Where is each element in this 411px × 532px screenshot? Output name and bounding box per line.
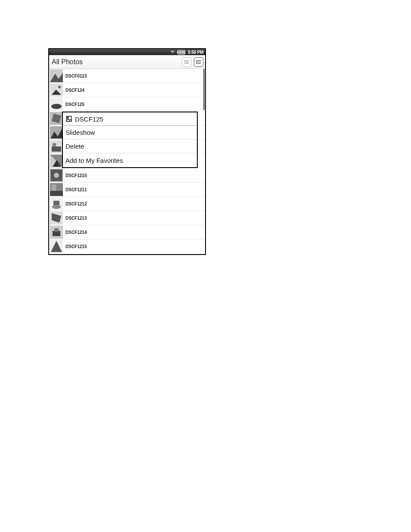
svg-rect-18 (198, 62, 201, 62)
svg-point-9 (184, 61, 185, 62)
photo-label: DSCF1215 (65, 244, 87, 249)
header-icons (182, 57, 203, 67)
photo-label: DSCF1210 (65, 173, 87, 178)
photo-label: DSCF1213 (65, 216, 87, 221)
context-menu-header: DSCF125 (63, 112, 197, 126)
svg-rect-46 (53, 201, 59, 205)
menu-item-delete[interactable]: Delete (63, 140, 197, 153)
grid-view-button[interactable] (182, 57, 191, 67)
photo-label: DSCF1212 (65, 202, 87, 206)
photo-thumbnail (50, 212, 63, 224)
phone-frame: 5:50 PM All Photos DSCF0123DSCF124DSCF (48, 48, 206, 255)
svg-rect-1 (179, 51, 180, 53)
list-item[interactable]: DSCF1212 (49, 197, 205, 211)
list-icon (196, 59, 202, 65)
battery-icon (177, 50, 186, 55)
svg-rect-15 (196, 60, 197, 61)
list-item[interactable]: DSCF1214 (49, 225, 205, 240)
svg-point-10 (186, 61, 187, 62)
svg-rect-17 (196, 61, 197, 62)
svg-rect-3 (182, 51, 183, 53)
svg-rect-42 (50, 191, 63, 196)
svg-point-8 (187, 60, 188, 61)
scrollbar[interactable] (203, 69, 205, 110)
photo-thumbnail (50, 112, 63, 125)
header-bar: All Photos (49, 55, 205, 69)
svg-point-55 (67, 117, 68, 118)
svg-rect-20 (198, 63, 201, 63)
photo-thumbnail (50, 197, 63, 210)
svg-point-6 (184, 60, 185, 61)
menu-item-add-favorites[interactable]: Add to My Favorites (63, 153, 197, 167)
svg-point-40 (54, 173, 59, 178)
svg-point-45 (52, 205, 61, 209)
photo-thumbnail (50, 98, 63, 111)
photo-thumbnail (50, 240, 63, 253)
photo-label: DSCF124 (65, 88, 84, 93)
photo-thumbnail (50, 169, 63, 182)
svg-rect-19 (196, 63, 197, 64)
svg-point-25 (58, 86, 61, 88)
list-item[interactable]: DSCF1210 (49, 168, 205, 183)
wifi-icon (170, 50, 175, 55)
svg-rect-43 (52, 185, 56, 191)
photo-thumbnail (50, 183, 63, 196)
status-clock: 5:50 PM (188, 50, 203, 55)
image-icon (65, 115, 72, 122)
photo-thumbnail (50, 69, 63, 82)
photo-thumbnail (50, 155, 63, 168)
photo-label: DSCF125 (65, 102, 84, 107)
svg-point-12 (184, 63, 185, 64)
list-item[interactable]: DSCF125 (49, 97, 205, 112)
svg-rect-33 (52, 146, 61, 152)
svg-point-7 (186, 60, 187, 61)
svg-rect-2 (181, 51, 182, 53)
list-view-button[interactable] (194, 57, 203, 67)
photo-list[interactable]: DSCF0123DSCF124DSCF125DSCF129DSCF1200DSC… (49, 69, 205, 254)
page-title: All Photos (51, 58, 83, 66)
photo-thumbnail (50, 140, 63, 153)
photo-thumbnail (50, 126, 63, 139)
photo-thumbnail (50, 226, 63, 239)
svg-point-34 (53, 143, 56, 146)
svg-rect-4 (184, 51, 185, 53)
svg-point-11 (187, 61, 188, 62)
photo-label: DSCF0123 (65, 74, 87, 78)
photo-label: DSCF1214 (65, 230, 87, 235)
svg-rect-5 (177, 51, 178, 53)
svg-rect-51 (54, 228, 59, 232)
photo-thumbnail (50, 84, 63, 96)
svg-point-14 (187, 63, 188, 64)
list-item[interactable]: DSCF1215 (49, 240, 205, 254)
context-menu-title: DSCF125 (75, 115, 103, 123)
grid-icon (184, 59, 190, 65)
menu-item-slideshow[interactable]: Slideshow (63, 126, 197, 140)
list-item[interactable]: DSCF0123 (49, 69, 205, 83)
svg-rect-16 (198, 60, 201, 60)
svg-rect-54 (66, 116, 72, 121)
svg-point-27 (51, 104, 62, 109)
context-menu: DSCF125 Slideshow Delete Add to My Favor… (62, 112, 198, 168)
list-item[interactable]: DSCF1213 (49, 211, 205, 225)
svg-point-13 (186, 63, 187, 64)
status-bar: 5:50 PM (49, 49, 205, 55)
list-item[interactable]: DSCF1211 (49, 183, 205, 197)
list-item[interactable]: DSCF124 (49, 83, 205, 97)
photo-label: DSCF1211 (65, 187, 87, 192)
